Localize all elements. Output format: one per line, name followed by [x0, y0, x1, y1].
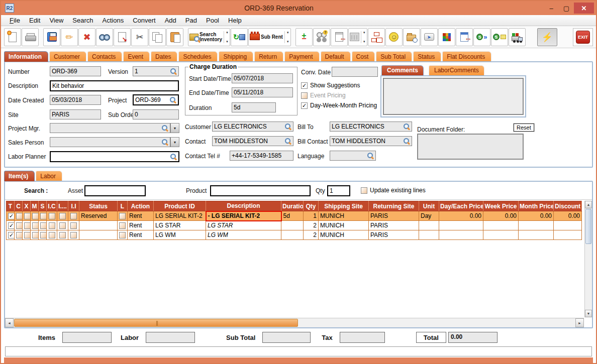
- row-checkbox[interactable]: [59, 222, 66, 229]
- magnifier-icon[interactable]: [367, 153, 374, 159]
- cell-action[interactable]: Rent: [128, 230, 154, 240]
- row-checkbox[interactable]: [40, 213, 47, 219]
- delete-button[interactable]: ✖: [78, 28, 95, 46]
- project-field[interactable]: ORD-369: [133, 94, 179, 105]
- magnifier-icon[interactable]: [170, 154, 177, 160]
- scroll-left-icon[interactable]: ◄: [5, 318, 14, 327]
- cell-week-price[interactable]: [483, 221, 519, 230]
- row-checkbox[interactable]: [59, 213, 66, 219]
- cell-unit[interactable]: [419, 221, 439, 230]
- folder-history-button[interactable]: [403, 28, 420, 46]
- menu-file[interactable]: File: [5, 16, 25, 25]
- tab-schedules[interactable]: Schedules: [178, 51, 218, 62]
- cell-status[interactable]: [79, 230, 118, 240]
- close-button[interactable]: ✕: [574, 3, 594, 14]
- tab-dates[interactable]: Dates: [151, 51, 177, 62]
- product-input[interactable]: [210, 185, 311, 196]
- cell-discount[interactable]: [554, 221, 582, 230]
- save-button[interactable]: [43, 28, 60, 46]
- cell-action[interactable]: Rent: [128, 221, 154, 230]
- cell-status[interactable]: Reserved: [79, 211, 118, 221]
- row-checkbox[interactable]: [49, 222, 55, 229]
- vertical-scroll-thumb[interactable]: [585, 209, 591, 244]
- menu-search[interactable]: Search: [68, 16, 97, 25]
- show-suggestions-checkbox[interactable]: ✓: [301, 82, 308, 89]
- shortcut-key-button[interactable]: ➤: [421, 28, 438, 46]
- tab-cost[interactable]: Cost: [352, 51, 375, 62]
- send-forward-button[interactable]: S»: [473, 28, 490, 46]
- row-checkbox[interactable]: [40, 222, 47, 229]
- cell-month-price[interactable]: 0.00: [519, 211, 554, 221]
- magnifier-icon[interactable]: [285, 138, 291, 145]
- maximize-button[interactable]: ▢: [559, 3, 574, 14]
- cell-day-each-price[interactable]: 0.00: [439, 211, 483, 221]
- tab-labor-comments[interactable]: LaborComments: [429, 65, 484, 75]
- cell-description[interactable]: LG STAR: [206, 221, 281, 230]
- tab-event[interactable]: Event: [123, 51, 150, 62]
- grid-row-3[interactable]: ✓ Rent LG WM LG WM 2: [7, 230, 582, 240]
- row-checkbox[interactable]: ✓: [8, 232, 15, 238]
- tab-payment[interactable]: Payment: [284, 51, 319, 62]
- copy-to-button[interactable]: ↘: [114, 28, 131, 46]
- cell-shipping-site[interactable]: MUNICH: [319, 230, 369, 240]
- sales-person-dropdown[interactable]: ▼: [170, 137, 179, 147]
- cell-week-price[interactable]: 0.00: [483, 211, 519, 221]
- cell-product-id[interactable]: LG WM: [154, 230, 206, 240]
- cell-qty[interactable]: 2: [304, 230, 319, 240]
- row-checkbox[interactable]: [70, 232, 77, 238]
- tab-information[interactable]: Information: [4, 51, 48, 62]
- menu-pool[interactable]: Pool: [202, 16, 224, 25]
- cell-product-id[interactable]: LG STAR: [154, 221, 206, 230]
- magnifier-icon[interactable]: [285, 124, 291, 130]
- project-mgr-dropdown[interactable]: ▼: [170, 123, 179, 133]
- language-field[interactable]: [330, 151, 376, 161]
- cell-unit[interactable]: Day: [419, 211, 439, 221]
- row-checkbox[interactable]: [119, 232, 126, 238]
- sub-rent-button[interactable]: Sub Rent ▼▼: [248, 28, 291, 46]
- cell-duration[interactable]: [281, 221, 304, 230]
- bill-contact-field[interactable]: TOM HIDDLESTON: [330, 136, 412, 146]
- tab-contacts[interactable]: Contacts: [87, 51, 122, 62]
- menu-actions[interactable]: Actions: [98, 16, 129, 25]
- qty-input[interactable]: 1: [327, 185, 350, 196]
- row-checkbox[interactable]: [40, 232, 47, 238]
- new-button[interactable]: [4, 28, 21, 46]
- menu-add[interactable]: Add: [160, 16, 181, 25]
- horizontal-scrollbar[interactable]: ◄ ►: [5, 318, 584, 327]
- cell-returning-site[interactable]: PARIS: [369, 221, 419, 230]
- sub-rent-dropdown[interactable]: ▼▼: [284, 31, 289, 43]
- magnifier-icon[interactable]: [170, 68, 177, 75]
- grid-row-1[interactable]: ✓ Reserved Rent LG SERIAL KIT-2 - LG SER…: [7, 211, 582, 221]
- menu-edit[interactable]: Edit: [25, 16, 45, 25]
- row-checkbox[interactable]: [119, 213, 126, 219]
- row-checkbox[interactable]: [70, 222, 77, 229]
- grid-row-2[interactable]: ✓ Rent LG STAR LG STAR: [7, 221, 582, 230]
- cell-week-price[interactable]: [483, 230, 519, 240]
- cell-discount[interactable]: [554, 230, 582, 240]
- sales-person-field[interactable]: [50, 137, 170, 147]
- row-checkbox[interactable]: [24, 232, 31, 238]
- asset-input[interactable]: [84, 185, 146, 196]
- row-checkbox[interactable]: ✓: [8, 222, 15, 229]
- cell-shipping-site[interactable]: MUNICH: [319, 211, 369, 221]
- copy-button[interactable]: [149, 28, 166, 46]
- row-checkbox[interactable]: [119, 222, 126, 229]
- labor-planner-field[interactable]: [50, 151, 179, 162]
- cell-duration[interactable]: [281, 230, 304, 240]
- update-existing-checkbox[interactable]: [361, 187, 367, 194]
- cut-button[interactable]: ✂: [131, 28, 148, 46]
- description-field[interactable]: Kit behavior: [50, 80, 179, 91]
- row-checkbox[interactable]: [24, 222, 31, 229]
- tab-status[interactable]: Status: [413, 51, 441, 62]
- menu-convert[interactable]: Convert: [128, 16, 160, 25]
- version-field[interactable]: 1: [133, 66, 179, 76]
- tab-comments[interactable]: Comments: [381, 65, 424, 75]
- add-remove-button[interactable]: +−: [295, 28, 313, 46]
- tab-flat-discounts[interactable]: Flat Discounts: [442, 51, 491, 62]
- scroll-up-icon[interactable]: ▲: [585, 201, 592, 208]
- customer-field[interactable]: LG ELECTRONICS: [212, 122, 293, 132]
- blocks-button[interactable]: [438, 28, 455, 46]
- cell-month-price[interactable]: [519, 221, 554, 230]
- row-checkbox[interactable]: [70, 213, 77, 219]
- cell-returning-site[interactable]: PARIS: [369, 230, 419, 240]
